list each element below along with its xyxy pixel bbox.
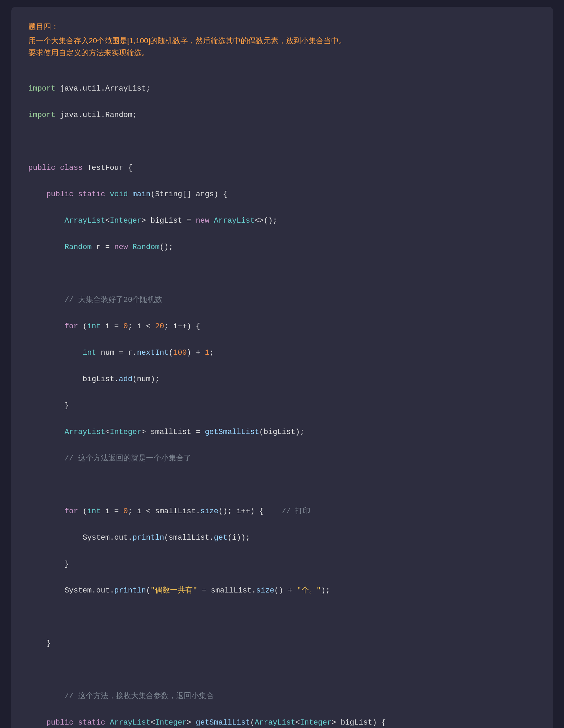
code-line-4: public class TestFour { <box>28 162 536 175</box>
desc-line2: 要求使用自定义的方法来实现筛选。 <box>28 47 536 59</box>
code-line-10: for (int i = 0; i < 20; i++) { <box>28 320 536 333</box>
desc-line1: 用一个大集合存入20个范围是[1,100]的随机数字，然后筛选其中的偶数元素，放… <box>28 35 536 47</box>
code-line-3 <box>28 135 536 149</box>
code-line-2: import java.util.Random; <box>28 109 536 122</box>
code-line-18: System.out.println(smallList.get(i)); <box>28 531 536 545</box>
code-line-16 <box>28 479 536 492</box>
code-line-13: } <box>28 399 536 413</box>
code-line-5: public static void main(String[] args) { <box>28 188 536 201</box>
code-container: 题目四： 用一个大集合存入20个范围是[1,100]的随机数字，然后筛选其中的偶… <box>11 7 553 728</box>
code-line-14: ArrayList<Integer> smallList = getSmallL… <box>28 426 536 439</box>
code-line-17: for (int i = 0; i < smallList.size(); i+… <box>28 505 536 518</box>
code-line-23 <box>28 664 536 677</box>
code-line-11: int num = r.nextInt(100) + 1; <box>28 347 536 360</box>
code-line-12: bigList.add(num); <box>28 373 536 386</box>
code-line-24: // 这个方法，接收大集合参数，返回小集合 <box>28 690 536 703</box>
code-block: import java.util.ArrayList; import java.… <box>28 69 536 728</box>
code-line-21 <box>28 611 536 624</box>
code-line-15: // 这个方法返回的就是一个小集合了 <box>28 452 536 466</box>
code-line-6: ArrayList<Integer> bigList = new ArrayLi… <box>28 214 536 228</box>
code-line-9: // 大集合装好了20个随机数 <box>28 294 536 307</box>
code-line-25: public static ArrayList<Integer> getSmal… <box>28 716 536 728</box>
code-line-19: } <box>28 558 536 571</box>
code-line-1: import java.util.ArrayList; <box>28 82 536 96</box>
code-line-7: Random r = new Random(); <box>28 241 536 254</box>
code-line-20: System.out.println("偶数一共有" + smallList.s… <box>28 584 536 598</box>
description-block: 题目四： 用一个大集合存入20个范围是[1,100]的随机数字，然后筛选其中的偶… <box>28 21 536 59</box>
desc-title: 题目四： <box>28 21 536 33</box>
code-line-8 <box>28 267 536 281</box>
code-line-22: } <box>28 637 536 650</box>
